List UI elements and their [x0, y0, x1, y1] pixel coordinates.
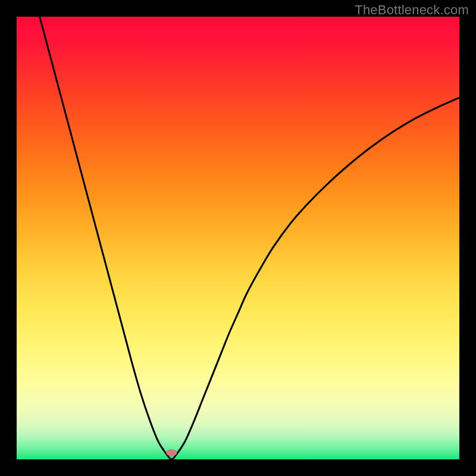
- chart-frame: TheBottleneck.com: [0, 0, 476, 476]
- watermark-text: TheBottleneck.com: [355, 2, 469, 18]
- balance-point-marker: [166, 449, 177, 456]
- gradient-background: [17, 17, 459, 459]
- chart-svg: [17, 17, 459, 459]
- plot-area: [17, 17, 459, 459]
